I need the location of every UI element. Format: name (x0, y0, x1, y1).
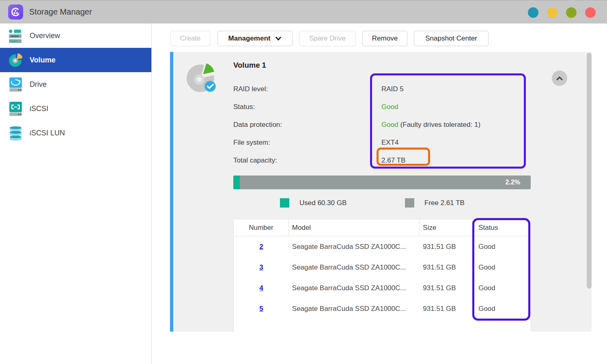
remove-button-label: Remove (372, 34, 398, 43)
spare-drive-button-label: Spare Drive (309, 34, 346, 43)
drive-size: 931.51 GB (420, 305, 473, 313)
drive-size: 931.51 GB (420, 263, 473, 272)
drive-table-header: Number Model Size Status (234, 219, 530, 236)
table-row: 4 Seagate BarraCuda SSD ZA1000C... 931.5… (234, 278, 530, 298)
sidebar-item-volume[interactable]: Volume (0, 48, 151, 72)
capacity-usage-bar: 2.2% (233, 176, 531, 189)
sidebar-item-label: iSCSI (30, 105, 48, 113)
teal-dot[interactable] (528, 7, 538, 18)
table-row: 2 Seagate BarraCuda SSD ZA1000C... 931.5… (234, 236, 530, 257)
data-protection-label: Data protection: (233, 121, 381, 129)
usage-percent: 2.2% (506, 176, 520, 189)
data-protection-value: Good (381, 121, 398, 129)
sidebar-item-label: Volume (30, 56, 56, 64)
drive-size: 931.51 GB (420, 284, 473, 292)
status-value: Good (381, 103, 398, 111)
create-button-label: Create (180, 34, 200, 43)
sidebar-item-iscsi-lun[interactable]: iSCSI LUN (0, 121, 151, 145)
drive-number-link[interactable]: 5 (259, 305, 263, 313)
data-protection-row: Data protection: Good (Faulty drives tol… (233, 116, 480, 134)
chevron-up-icon (556, 76, 563, 81)
storage-manager-app-icon (8, 4, 23, 19)
table-row: 3 Seagate BarraCuda SSD ZA1000C... 931.5… (234, 257, 530, 278)
used-legend-label: Used 60.30 GB (299, 198, 347, 208)
green-dot[interactable] (566, 7, 577, 18)
drive-status: Good (473, 263, 530, 272)
drive-table: Number Model Size Status 2 Seagate Barra… (233, 219, 530, 332)
total-capacity-row: Total capacity: 2.67 TB (233, 152, 480, 169)
drive-model: Seagate BarraCuda SSD ZA1000C... (289, 284, 420, 292)
sidebar-item-drive[interactable]: Drive (0, 72, 151, 96)
app-title: Storage Manager (29, 7, 92, 17)
raid-level-label: RAID level: (233, 85, 381, 93)
sidebar: Overview Volume Drive (0, 24, 152, 364)
drive-number-link[interactable]: 3 (259, 263, 263, 271)
volume-details: RAID level: RAID 5 Status: Good Data pro… (233, 80, 480, 169)
column-header-status: Status (473, 219, 530, 236)
iscsi-lun-icon (8, 126, 23, 141)
volume-icon (8, 53, 23, 68)
free-legend-label: Free 2.61 TB (424, 198, 465, 208)
file-system-row: File system: EXT4 (233, 134, 480, 152)
drive-model: Seagate BarraCuda SSD ZA1000C... (289, 305, 420, 313)
drive-model: Seagate BarraCuda SSD ZA1000C... (289, 243, 420, 251)
volume-title: Volume 1 (233, 61, 266, 70)
column-header-size: Size (420, 219, 473, 236)
vertical-scrollbar[interactable] (587, 53, 592, 289)
management-dropdown-button[interactable]: Management (217, 31, 293, 46)
total-capacity-label: Total capacity: (233, 156, 381, 165)
sidebar-item-overview[interactable]: Overview (0, 24, 151, 48)
sidebar-item-iscsi[interactable]: iSCSI (0, 96, 151, 121)
column-header-number: Number (234, 219, 289, 236)
snapshot-center-button[interactable]: Snapshot Center (414, 31, 489, 46)
free-legend-swatch (405, 198, 414, 208)
file-system-value: EXT4 (381, 139, 399, 147)
red-dot[interactable] (585, 7, 596, 18)
used-capacity-segment (233, 176, 240, 189)
used-legend-swatch (280, 198, 289, 208)
status-row: Status: Good (233, 98, 480, 116)
title-bar: Storage Manager (0, 0, 607, 24)
window-controls (528, 7, 596, 18)
snapshot-center-button-label: Snapshot Center (425, 34, 477, 43)
drive-number-link[interactable]: 4 (259, 284, 263, 292)
sidebar-item-label: iSCSI LUN (30, 129, 65, 137)
raid-level-row: RAID level: RAID 5 (233, 80, 480, 98)
remove-button[interactable]: Remove (362, 31, 407, 46)
raid-level-value: RAID 5 (381, 85, 404, 93)
volume-disc-icon (186, 62, 218, 93)
data-protection-note: (Faulty drives tolerated: 1) (400, 121, 480, 129)
yellow-dot[interactable] (547, 7, 557, 18)
collapse-panel-button[interactable] (552, 71, 567, 86)
column-header-model: Model (289, 219, 420, 236)
drive-status: Good (473, 305, 530, 313)
drive-model: Seagate BarraCuda SSD ZA1000C... (289, 263, 420, 272)
volume-panel: Volume 1 RAID level: RAID 5 Status: Good… (170, 52, 592, 332)
panel-accent-bar (170, 52, 173, 332)
chevron-down-icon (275, 36, 282, 41)
file-system-label: File system: (233, 139, 381, 147)
overview-icon (8, 28, 23, 43)
drive-size: 931.51 GB (420, 243, 473, 251)
drive-number-link[interactable]: 2 (259, 243, 263, 251)
spare-drive-button[interactable]: Spare Drive (299, 31, 356, 46)
sidebar-item-label: Overview (30, 32, 60, 40)
create-button[interactable]: Create (170, 31, 210, 46)
drive-icon (8, 77, 23, 92)
storage-manager-window: Storage Manager Overview (0, 0, 607, 364)
status-label: Status: (233, 103, 381, 111)
drive-status: Good (473, 243, 530, 251)
management-button-label: Management (228, 34, 271, 43)
drive-status: Good (473, 284, 530, 292)
total-capacity-value: 2.67 TB (381, 156, 405, 165)
table-row: 5 Seagate BarraCuda SSD ZA1000C... 931.5… (234, 298, 530, 319)
iscsi-icon (8, 101, 23, 116)
sidebar-item-label: Drive (30, 80, 47, 89)
